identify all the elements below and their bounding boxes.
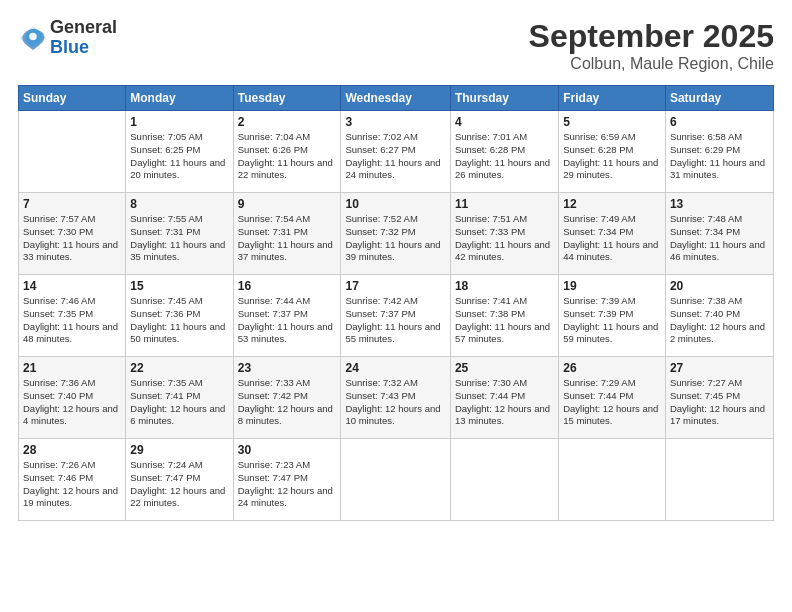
day-number: 25	[455, 361, 554, 375]
day-number: 8	[130, 197, 228, 211]
calendar-header-row: Sunday Monday Tuesday Wednesday Thursday…	[19, 86, 774, 111]
day-number: 10	[345, 197, 445, 211]
day-number: 12	[563, 197, 661, 211]
location-title: Colbun, Maule Region, Chile	[529, 55, 774, 73]
calendar-cell: 28Sunrise: 7:26 AM Sunset: 7:46 PM Dayli…	[19, 439, 126, 521]
calendar-cell: 13Sunrise: 7:48 AM Sunset: 7:34 PM Dayli…	[665, 193, 773, 275]
day-number: 5	[563, 115, 661, 129]
calendar-cell: 16Sunrise: 7:44 AM Sunset: 7:37 PM Dayli…	[233, 275, 341, 357]
day-info: Sunrise: 7:57 AM Sunset: 7:30 PM Dayligh…	[23, 213, 121, 264]
day-number: 23	[238, 361, 337, 375]
day-info: Sunrise: 7:24 AM Sunset: 7:47 PM Dayligh…	[130, 459, 228, 510]
calendar-row-3: 14Sunrise: 7:46 AM Sunset: 7:35 PM Dayli…	[19, 275, 774, 357]
day-info: Sunrise: 7:01 AM Sunset: 6:28 PM Dayligh…	[455, 131, 554, 182]
calendar-cell: 22Sunrise: 7:35 AM Sunset: 7:41 PM Dayli…	[126, 357, 233, 439]
calendar-cell: 6Sunrise: 6:58 AM Sunset: 6:29 PM Daylig…	[665, 111, 773, 193]
logo-icon	[18, 23, 48, 53]
day-number: 24	[345, 361, 445, 375]
calendar-cell: 14Sunrise: 7:46 AM Sunset: 7:35 PM Dayli…	[19, 275, 126, 357]
day-number: 22	[130, 361, 228, 375]
col-wednesday: Wednesday	[341, 86, 450, 111]
calendar-cell	[665, 439, 773, 521]
calendar-cell	[450, 439, 558, 521]
calendar-cell: 5Sunrise: 6:59 AM Sunset: 6:28 PM Daylig…	[559, 111, 666, 193]
day-number: 4	[455, 115, 554, 129]
calendar-cell: 19Sunrise: 7:39 AM Sunset: 7:39 PM Dayli…	[559, 275, 666, 357]
day-number: 15	[130, 279, 228, 293]
day-info: Sunrise: 7:51 AM Sunset: 7:33 PM Dayligh…	[455, 213, 554, 264]
day-number: 7	[23, 197, 121, 211]
day-info: Sunrise: 7:45 AM Sunset: 7:36 PM Dayligh…	[130, 295, 228, 346]
day-number: 17	[345, 279, 445, 293]
day-info: Sunrise: 7:52 AM Sunset: 7:32 PM Dayligh…	[345, 213, 445, 264]
month-title: September 2025	[529, 18, 774, 55]
col-sunday: Sunday	[19, 86, 126, 111]
day-number: 14	[23, 279, 121, 293]
day-info: Sunrise: 7:38 AM Sunset: 7:40 PM Dayligh…	[670, 295, 769, 346]
day-info: Sunrise: 7:33 AM Sunset: 7:42 PM Dayligh…	[238, 377, 337, 428]
calendar-cell: 7Sunrise: 7:57 AM Sunset: 7:30 PM Daylig…	[19, 193, 126, 275]
day-info: Sunrise: 7:02 AM Sunset: 6:27 PM Dayligh…	[345, 131, 445, 182]
day-info: Sunrise: 7:36 AM Sunset: 7:40 PM Dayligh…	[23, 377, 121, 428]
day-info: Sunrise: 7:29 AM Sunset: 7:44 PM Dayligh…	[563, 377, 661, 428]
calendar-cell: 25Sunrise: 7:30 AM Sunset: 7:44 PM Dayli…	[450, 357, 558, 439]
calendar-cell	[559, 439, 666, 521]
day-info: Sunrise: 6:58 AM Sunset: 6:29 PM Dayligh…	[670, 131, 769, 182]
day-number: 30	[238, 443, 337, 457]
svg-point-1	[29, 33, 37, 41]
day-info: Sunrise: 7:32 AM Sunset: 7:43 PM Dayligh…	[345, 377, 445, 428]
day-info: Sunrise: 7:46 AM Sunset: 7:35 PM Dayligh…	[23, 295, 121, 346]
day-info: Sunrise: 7:49 AM Sunset: 7:34 PM Dayligh…	[563, 213, 661, 264]
day-number: 1	[130, 115, 228, 129]
logo-general: General	[50, 18, 117, 38]
calendar-cell: 10Sunrise: 7:52 AM Sunset: 7:32 PM Dayli…	[341, 193, 450, 275]
calendar-row-2: 7Sunrise: 7:57 AM Sunset: 7:30 PM Daylig…	[19, 193, 774, 275]
calendar-cell: 26Sunrise: 7:29 AM Sunset: 7:44 PM Dayli…	[559, 357, 666, 439]
calendar-cell: 8Sunrise: 7:55 AM Sunset: 7:31 PM Daylig…	[126, 193, 233, 275]
day-number: 19	[563, 279, 661, 293]
calendar-cell: 3Sunrise: 7:02 AM Sunset: 6:27 PM Daylig…	[341, 111, 450, 193]
calendar-row-4: 21Sunrise: 7:36 AM Sunset: 7:40 PM Dayli…	[19, 357, 774, 439]
calendar-cell: 2Sunrise: 7:04 AM Sunset: 6:26 PM Daylig…	[233, 111, 341, 193]
calendar-cell: 15Sunrise: 7:45 AM Sunset: 7:36 PM Dayli…	[126, 275, 233, 357]
calendar-cell: 18Sunrise: 7:41 AM Sunset: 7:38 PM Dayli…	[450, 275, 558, 357]
calendar-row-5: 28Sunrise: 7:26 AM Sunset: 7:46 PM Dayli…	[19, 439, 774, 521]
col-saturday: Saturday	[665, 86, 773, 111]
calendar-row-1: 1Sunrise: 7:05 AM Sunset: 6:25 PM Daylig…	[19, 111, 774, 193]
calendar-cell: 30Sunrise: 7:23 AM Sunset: 7:47 PM Dayli…	[233, 439, 341, 521]
calendar-cell: 9Sunrise: 7:54 AM Sunset: 7:31 PM Daylig…	[233, 193, 341, 275]
day-info: Sunrise: 7:44 AM Sunset: 7:37 PM Dayligh…	[238, 295, 337, 346]
day-info: Sunrise: 7:54 AM Sunset: 7:31 PM Dayligh…	[238, 213, 337, 264]
calendar-cell	[341, 439, 450, 521]
day-number: 26	[563, 361, 661, 375]
day-number: 6	[670, 115, 769, 129]
title-block: September 2025 Colbun, Maule Region, Chi…	[529, 18, 774, 73]
day-info: Sunrise: 7:39 AM Sunset: 7:39 PM Dayligh…	[563, 295, 661, 346]
day-info: Sunrise: 7:35 AM Sunset: 7:41 PM Dayligh…	[130, 377, 228, 428]
calendar-cell: 1Sunrise: 7:05 AM Sunset: 6:25 PM Daylig…	[126, 111, 233, 193]
calendar-cell: 12Sunrise: 7:49 AM Sunset: 7:34 PM Dayli…	[559, 193, 666, 275]
logo-blue: Blue	[50, 38, 117, 58]
day-number: 20	[670, 279, 769, 293]
calendar-table: Sunday Monday Tuesday Wednesday Thursday…	[18, 85, 774, 521]
day-number: 28	[23, 443, 121, 457]
day-info: Sunrise: 7:55 AM Sunset: 7:31 PM Dayligh…	[130, 213, 228, 264]
calendar-cell: 17Sunrise: 7:42 AM Sunset: 7:37 PM Dayli…	[341, 275, 450, 357]
calendar-cell: 21Sunrise: 7:36 AM Sunset: 7:40 PM Dayli…	[19, 357, 126, 439]
calendar-cell: 20Sunrise: 7:38 AM Sunset: 7:40 PM Dayli…	[665, 275, 773, 357]
calendar-cell: 27Sunrise: 7:27 AM Sunset: 7:45 PM Dayli…	[665, 357, 773, 439]
calendar-cell: 29Sunrise: 7:24 AM Sunset: 7:47 PM Dayli…	[126, 439, 233, 521]
page: General Blue September 2025 Colbun, Maul…	[0, 0, 792, 612]
day-info: Sunrise: 7:48 AM Sunset: 7:34 PM Dayligh…	[670, 213, 769, 264]
day-number: 2	[238, 115, 337, 129]
day-info: Sunrise: 7:26 AM Sunset: 7:46 PM Dayligh…	[23, 459, 121, 510]
calendar-cell: 23Sunrise: 7:33 AM Sunset: 7:42 PM Dayli…	[233, 357, 341, 439]
day-number: 18	[455, 279, 554, 293]
day-number: 21	[23, 361, 121, 375]
logo-text: General Blue	[50, 18, 117, 58]
day-number: 9	[238, 197, 337, 211]
col-tuesday: Tuesday	[233, 86, 341, 111]
calendar-cell: 11Sunrise: 7:51 AM Sunset: 7:33 PM Dayli…	[450, 193, 558, 275]
day-info: Sunrise: 7:27 AM Sunset: 7:45 PM Dayligh…	[670, 377, 769, 428]
day-info: Sunrise: 7:30 AM Sunset: 7:44 PM Dayligh…	[455, 377, 554, 428]
